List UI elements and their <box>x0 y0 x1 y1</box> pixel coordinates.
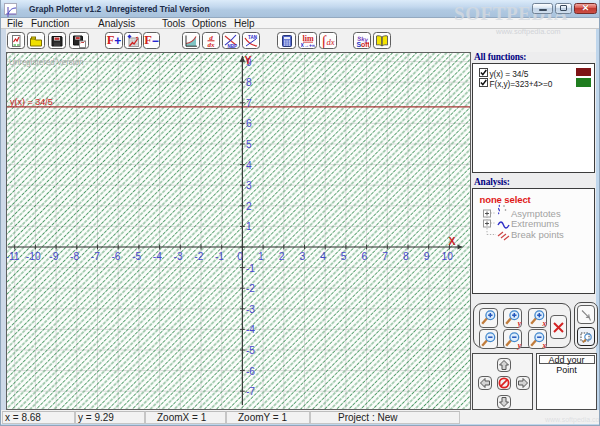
svg-text:6: 6 <box>362 251 368 262</box>
svg-text:-11: -11 <box>7 251 20 262</box>
svg-text:NBP: NBP <box>227 43 237 48</box>
svg-text:y: y <box>517 341 522 350</box>
svg-text:x: x <box>541 319 546 328</box>
svg-text:-2: -2 <box>246 283 255 294</box>
svg-text:-3: -3 <box>174 251 183 262</box>
svg-text:8: 8 <box>403 251 409 262</box>
svg-text:3: 3 <box>246 180 252 191</box>
svg-text:Y: Y <box>244 54 251 66</box>
svg-text:y: y <box>517 319 522 328</box>
svg-text:-7: -7 <box>91 251 100 262</box>
svg-text:7: 7 <box>246 98 252 109</box>
svg-text:X: X <box>449 235 456 247</box>
svg-text:6: 6 <box>246 118 252 129</box>
svg-text:5: 5 <box>341 251 347 262</box>
svg-text:oft: oft <box>361 40 369 47</box>
svg-text:2: 2 <box>246 201 252 212</box>
svg-text:Break points: Break points <box>511 229 564 240</box>
svg-text:-6: -6 <box>246 366 255 377</box>
svg-text:-1: -1 <box>215 251 224 262</box>
svg-text:1: 1 <box>258 251 264 262</box>
svg-text:-7: -7 <box>246 386 255 397</box>
svg-text:-4: -4 <box>153 251 162 262</box>
svg-text:4: 4 <box>320 251 326 262</box>
svg-text:4: 4 <box>246 160 252 171</box>
svg-text:9: 9 <box>424 251 430 262</box>
svg-text:-9: -9 <box>49 251 58 262</box>
svg-text:Extremums: Extremums <box>511 218 559 229</box>
svg-text:1: 1 <box>246 221 252 232</box>
svg-text:y(x) = 34/5: y(x) = 34/5 <box>10 97 53 107</box>
svg-text:2: 2 <box>279 251 285 262</box>
svg-text:X→+∞: X→+∞ <box>301 42 315 48</box>
svg-text:-8: -8 <box>70 251 79 262</box>
svg-text:-3: -3 <box>246 304 255 315</box>
svg-text:-1: -1 <box>246 263 255 274</box>
svg-text:Unregistered Version: Unregistered Version <box>9 58 84 67</box>
svg-text:-5: -5 <box>132 251 141 262</box>
svg-text:-6: -6 <box>111 251 120 262</box>
svg-text:x: x <box>541 341 546 350</box>
svg-text:8: 8 <box>246 77 252 88</box>
svg-text:5: 5 <box>246 139 252 150</box>
svg-text:-5: -5 <box>246 345 255 356</box>
svg-text:-2: -2 <box>194 251 203 262</box>
svg-text:-4: -4 <box>246 324 255 335</box>
svg-text:10: 10 <box>442 251 454 262</box>
svg-text:3: 3 <box>299 251 305 262</box>
svg-text:dx: dx <box>327 36 335 46</box>
svg-text:dx: dx <box>208 41 216 48</box>
svg-text:0: 0 <box>237 251 243 262</box>
svg-text:-10: -10 <box>26 251 41 262</box>
svg-text:7: 7 <box>382 251 388 262</box>
